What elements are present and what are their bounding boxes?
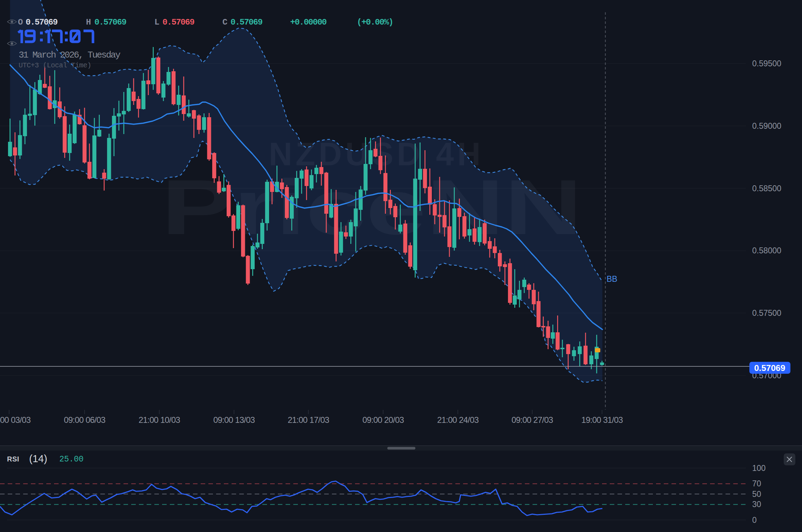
svg-text:0.57069: 0.57069 — [26, 18, 57, 27]
svg-text:0.57069: 0.57069 — [754, 363, 786, 373]
svg-text:0.59000: 0.59000 — [752, 121, 781, 131]
svg-text:19:00 31/03: 19:00 31/03 — [581, 415, 623, 425]
svg-text:H: H — [86, 18, 91, 27]
svg-text:00 03/03: 00 03/03 — [0, 415, 31, 425]
svg-text:(+0.00%): (+0.00%) — [357, 18, 393, 27]
svg-text:21:00 10/03: 21:00 10/03 — [139, 415, 180, 425]
svg-text:UTC+3 (Local Time): UTC+3 (Local Time) — [19, 61, 91, 69]
svg-text:L: L — [154, 18, 159, 27]
svg-text:+0.00000: +0.00000 — [290, 18, 327, 27]
svg-text:09:00 20/03: 09:00 20/03 — [362, 415, 404, 425]
svg-text:0.59500: 0.59500 — [752, 59, 781, 68]
svg-text:O: O — [18, 18, 23, 27]
svg-text:0.57069: 0.57069 — [230, 18, 262, 27]
svg-text:21:00 17/03: 21:00 17/03 — [288, 415, 329, 425]
svg-text:0.58000: 0.58000 — [752, 246, 781, 255]
svg-text:25.00: 25.00 — [59, 455, 83, 464]
svg-text:30: 30 — [752, 500, 761, 509]
svg-text:31 March 2026, Tuesday: 31 March 2026, Tuesday — [19, 50, 120, 60]
svg-text:C: C — [222, 18, 227, 27]
svg-text:50: 50 — [752, 490, 761, 499]
svg-text:(14): (14) — [29, 453, 47, 464]
svg-text:0.57069: 0.57069 — [94, 18, 126, 27]
svg-text:0.58500: 0.58500 — [752, 184, 781, 193]
svg-text:09:00 27/03: 09:00 27/03 — [512, 415, 553, 425]
svg-text:RSI: RSI — [7, 455, 19, 463]
svg-text:0: 0 — [752, 516, 757, 525]
svg-text:0.57069: 0.57069 — [162, 18, 194, 27]
svg-text:100: 100 — [752, 464, 766, 473]
svg-text:09:00 06/03: 09:00 06/03 — [64, 415, 105, 425]
svg-text:70: 70 — [752, 479, 761, 488]
svg-text:09:00 13/03: 09:00 13/03 — [213, 415, 255, 425]
svg-text:21:00 24/03: 21:00 24/03 — [437, 415, 479, 425]
svg-text:BB: BB — [607, 274, 617, 284]
svg-text:0.57500: 0.57500 — [752, 308, 781, 318]
